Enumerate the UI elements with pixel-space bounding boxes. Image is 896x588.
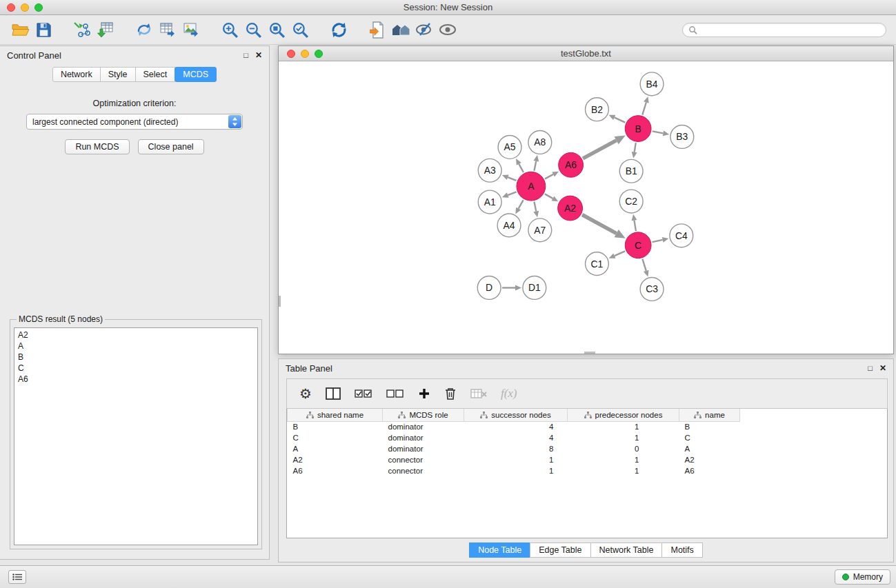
network-edge-C-C4[interactable]	[653, 237, 669, 243]
network-node-A8[interactable]: A8	[528, 131, 552, 154]
table-row[interactable]: Adominator80A	[288, 443, 888, 454]
network-edge-B-B3[interactable]	[653, 130, 670, 136]
network-home-button[interactable]	[389, 18, 412, 41]
zoom-out-button[interactable]	[241, 18, 265, 41]
network-node-A1[interactable]: A1	[478, 190, 501, 214]
column-header-MCDS-role[interactable]: MCDS role	[383, 409, 464, 421]
search-field[interactable]	[682, 23, 886, 37]
table-tab-motifs[interactable]: Motifs	[661, 543, 702, 558]
network-node-A2[interactable]: A2	[558, 196, 583, 221]
network-edge-B-B1[interactable]	[632, 143, 637, 158]
delete-table-button[interactable]	[470, 383, 487, 404]
apply-layout-button[interactable]	[327, 18, 350, 41]
table-row[interactable]: A6connector11A6	[288, 465, 888, 476]
search-input[interactable]	[701, 25, 880, 34]
network-edge-A-A1[interactable]	[502, 192, 517, 197]
node-table-container[interactable]: shared nameMCDS rolesuccessor nodesprede…	[286, 409, 888, 538]
network-node-A5[interactable]: A5	[498, 135, 521, 159]
network-edge-C-C3[interactable]	[642, 259, 648, 277]
save-session-button[interactable]	[32, 18, 55, 41]
table-row[interactable]: A2connector11A2	[288, 454, 888, 465]
network-node-D1[interactable]: D1	[523, 276, 546, 300]
optimization-criterion-select[interactable]: largest connected component (directed)	[26, 114, 243, 130]
close-panel-button[interactable]: Close panel	[138, 139, 204, 154]
network-node-B4[interactable]: B4	[640, 72, 664, 96]
import-table-button[interactable]	[94, 18, 117, 41]
zoom-in-button[interactable]	[218, 18, 241, 41]
column-header-successor-nodes[interactable]: successor nodes	[464, 409, 568, 421]
mcds-result-list[interactable]: A2ABCA6	[14, 327, 258, 545]
table-row[interactable]: Bdominator41B	[288, 421, 888, 432]
result-item[interactable]: C	[18, 363, 254, 374]
column-header-name[interactable]: name	[679, 409, 740, 421]
network-edge-D-D1[interactable]	[502, 285, 521, 290]
deselect-all-button[interactable]	[386, 383, 404, 404]
control-tab-style[interactable]: Style	[100, 67, 136, 82]
network-node-D[interactable]: D	[477, 276, 501, 300]
zoom-selected-button[interactable]	[288, 18, 312, 41]
network-node-C4[interactable]: C4	[670, 224, 693, 247]
network-node-C[interactable]: C	[625, 232, 651, 258]
network-edge-A-A8[interactable]	[533, 155, 539, 171]
network-edge-A-A3[interactable]	[502, 175, 517, 181]
vertical-scrollbar-thumb[interactable]	[279, 296, 281, 307]
result-item[interactable]: A2	[18, 330, 254, 341]
close-table-panel-icon[interactable]: ✕	[879, 364, 886, 372]
float-table-panel-icon[interactable]: □	[868, 365, 873, 372]
export-network-button[interactable]	[132, 18, 156, 41]
column-header-shared-name[interactable]: shared name	[288, 409, 383, 421]
control-tab-select[interactable]: Select	[135, 67, 176, 82]
run-mcds-button[interactable]: Run MCDS	[65, 139, 129, 154]
zoom-fit-button[interactable]	[265, 18, 288, 41]
network-edge-A-A2[interactable]	[545, 194, 558, 201]
export-image-button[interactable]	[179, 18, 203, 41]
network-node-A[interactable]: A	[517, 172, 546, 201]
network-canvas[interactable]: B4B2BB3A5A8A6B1A3AA1C2A2A4A7C4CC1C3DD1	[279, 61, 893, 354]
network-node-C3[interactable]: C3	[640, 278, 664, 301]
network-node-B2[interactable]: B2	[586, 98, 609, 121]
network-edge-A-A7[interactable]	[533, 202, 539, 218]
network-edge-A-A5[interactable]	[516, 159, 524, 172]
add-column-button[interactable]	[418, 383, 430, 404]
memory-button[interactable]: Memory	[835, 569, 890, 585]
show-columns-button[interactable]	[326, 383, 341, 404]
network-node-C1[interactable]: C1	[586, 252, 609, 276]
table-settings-button[interactable]: ⚙	[299, 383, 312, 404]
column-header-predecessor-nodes[interactable]: predecessor nodes	[568, 409, 679, 421]
horizontal-scrollbar-thumb[interactable]	[584, 352, 595, 354]
network-edge-A2-C[interactable]	[582, 215, 626, 239]
table-tab-network-table[interactable]: Network Table	[590, 543, 663, 558]
table-tab-node-table[interactable]: Node Table	[469, 543, 530, 558]
delete-button[interactable]	[444, 383, 457, 404]
result-item[interactable]: B	[18, 352, 254, 363]
table-tab-edge-table[interactable]: Edge Table	[530, 543, 590, 558]
network-edge-A6-B[interactable]	[583, 135, 626, 158]
network-node-A7[interactable]: A7	[528, 219, 552, 242]
show-details-button[interactable]	[436, 18, 459, 41]
network-edge-B-B2[interactable]	[609, 115, 626, 123]
network-node-B[interactable]: B	[625, 116, 651, 142]
session-file-button[interactable]	[366, 18, 389, 41]
result-item[interactable]: A	[18, 341, 254, 352]
control-tab-mcds[interactable]: MCDS	[175, 67, 217, 82]
network-edge-C-C1[interactable]	[609, 251, 625, 258]
import-network-button[interactable]	[70, 18, 94, 41]
result-item[interactable]: A6	[18, 374, 254, 385]
network-node-A3[interactable]: A3	[478, 159, 501, 182]
close-panel-icon[interactable]: ✕	[255, 51, 262, 59]
network-node-C2[interactable]: C2	[619, 190, 643, 213]
network-node-B1[interactable]: B1	[619, 159, 643, 183]
task-history-button[interactable]	[8, 570, 26, 584]
network-edge-A-A4[interactable]	[515, 200, 523, 214]
select-all-button[interactable]	[355, 383, 372, 404]
open-file-button[interactable]	[8, 18, 32, 41]
function-builder-button[interactable]: f(x)	[501, 383, 517, 404]
network-node-A4[interactable]: A4	[497, 214, 521, 237]
network-edge-C-C2[interactable]	[632, 214, 637, 231]
network-edge-B-B4[interactable]	[642, 97, 648, 115]
style-visibility-button[interactable]	[412, 18, 436, 41]
export-table-button[interactable]	[156, 18, 179, 41]
float-panel-icon[interactable]: □	[243, 52, 248, 59]
network-edge-A-A6[interactable]	[545, 172, 559, 179]
network-node-B3[interactable]: B3	[670, 125, 694, 149]
